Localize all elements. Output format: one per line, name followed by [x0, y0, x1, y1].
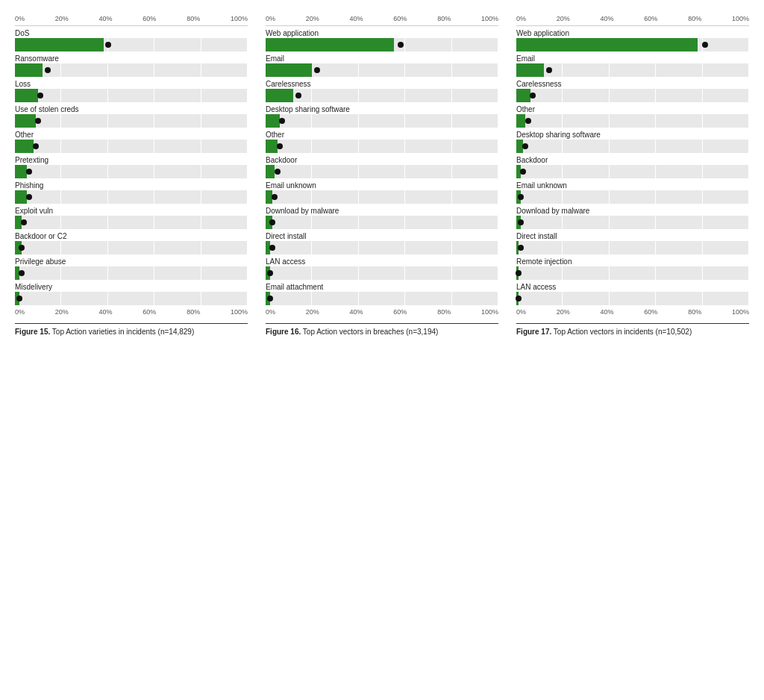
chart-row: DoS — [15, 29, 248, 51]
bar-container — [15, 114, 248, 128]
axis-label: 0% — [516, 15, 526, 22]
axis-label: 80% — [688, 308, 701, 316]
chart-row: Other — [15, 131, 248, 153]
bar-container — [516, 266, 749, 280]
axis-label: 0% — [516, 308, 526, 316]
bar-grid — [266, 190, 498, 204]
chart-row: Direct install — [266, 232, 498, 254]
chart-row: Email — [516, 54, 749, 77]
axis-label: 100% — [732, 15, 749, 22]
axis-label: 40% — [350, 308, 363, 316]
bar-dot — [16, 296, 22, 301]
bar-container — [266, 292, 498, 305]
bar-container — [516, 38, 749, 51]
axis-bottom-figure16: 0%20%40%60%80%100% — [266, 308, 498, 316]
row-label: Web application — [516, 29, 749, 37]
axis-label: 40% — [99, 15, 113, 22]
bar-fill — [15, 63, 43, 77]
bar-dot — [702, 42, 708, 48]
bar-container — [516, 241, 749, 254]
chart-rows-figure15: DoSRansomwareLossUse of stolen credsOthe… — [15, 25, 248, 305]
bar-dot — [518, 219, 524, 225]
bar-dot — [19, 245, 25, 251]
bar-fill — [516, 89, 530, 102]
axis-label: 40% — [601, 15, 614, 22]
bar-grid — [15, 241, 248, 254]
bar-container — [516, 190, 749, 204]
bar-grid — [266, 266, 498, 280]
figure-caption-figure15: Figure 15. Top Action varieties in incid… — [15, 323, 248, 337]
axis-label: 20% — [557, 308, 570, 316]
bar-container — [266, 38, 498, 51]
bar-grid — [266, 292, 498, 305]
charts-container: 0%20%40%60%80%100%DoSRansomwareLossUse o… — [15, 15, 749, 337]
bar-grid — [266, 114, 498, 128]
chart-row: Web application — [266, 29, 498, 51]
bar-container — [266, 165, 498, 178]
bar-fill — [516, 63, 544, 77]
bar-grid — [516, 89, 749, 102]
bar-container — [516, 165, 749, 178]
axis-label: 0% — [15, 15, 25, 22]
caption-bold: Figure 17. — [516, 328, 551, 336]
figure-caption-figure16: Figure 16. Top Action vectors in breache… — [266, 323, 498, 337]
caption-text: Top Action vectors in breaches (n=3,194) — [301, 328, 438, 336]
row-label: Email — [516, 54, 749, 63]
axis-label: 60% — [143, 308, 156, 316]
chart-section-figure16: 0%20%40%60%80%100%Web applicationEmailCa… — [266, 15, 498, 337]
bar-dot — [275, 169, 281, 175]
bar-grid — [266, 165, 498, 178]
caption-text: Top Action vectors in incidents (n=10,50… — [551, 328, 692, 336]
bar-grid — [516, 114, 749, 128]
bar-grid — [266, 241, 498, 254]
chart-row: Privilege abuse — [15, 257, 248, 280]
bar-fill — [15, 165, 27, 178]
chart-row: Download by malware — [266, 207, 498, 229]
axis-label: 100% — [732, 308, 749, 316]
row-label: Direct install — [266, 232, 498, 240]
row-label: Pretexting — [15, 156, 248, 164]
bar-dot — [530, 93, 536, 99]
chart-row: Web application — [516, 29, 749, 51]
chart-row: Ransomware — [15, 54, 248, 77]
axis-label: 100% — [481, 15, 498, 22]
bar-container — [15, 292, 248, 305]
bar-dot — [37, 93, 43, 99]
row-label: Email unknown — [266, 181, 498, 190]
bar-dot — [518, 194, 524, 200]
caption-bold: Figure 16. — [266, 328, 301, 336]
bar-dot — [45, 67, 51, 73]
bar-container — [15, 63, 248, 77]
bar-dot — [269, 219, 275, 225]
chart-row: Carelessness — [266, 80, 498, 102]
bar-grid — [15, 216, 248, 229]
bar-container — [15, 38, 248, 51]
row-label: Backdoor — [266, 156, 498, 164]
row-label: Backdoor or C2 — [15, 232, 248, 240]
chart-row: Exploit vuln — [15, 207, 248, 229]
bar-grid — [516, 216, 749, 229]
bar-dot — [546, 67, 552, 73]
axis-label: 80% — [187, 308, 200, 316]
row-label: Phishing — [15, 181, 248, 190]
bar-dot — [267, 296, 273, 301]
axis-label: 0% — [15, 308, 25, 316]
row-label: LAN access — [266, 257, 498, 266]
chart-row: Pretexting — [15, 156, 248, 178]
bar-fill — [516, 38, 698, 51]
axis-label: 80% — [437, 15, 451, 22]
chart-row: Other — [516, 105, 749, 128]
bar-container — [516, 140, 749, 153]
bar-dot — [277, 143, 283, 149]
axis-label: 60% — [393, 15, 407, 22]
bar-dot — [518, 245, 524, 251]
bar-fill — [266, 114, 280, 128]
bar-fill — [15, 38, 104, 51]
chart-row: Direct install — [516, 232, 749, 254]
figure-caption-figure17: Figure 17. Top Action vectors in inciden… — [516, 323, 749, 337]
chart-rows-figure17: Web applicationEmailCarelessnessOtherDes… — [516, 25, 749, 305]
bar-container — [15, 266, 248, 280]
chart-row: Email — [266, 54, 498, 77]
bar-fill — [266, 140, 278, 153]
bar-dot — [398, 42, 404, 48]
